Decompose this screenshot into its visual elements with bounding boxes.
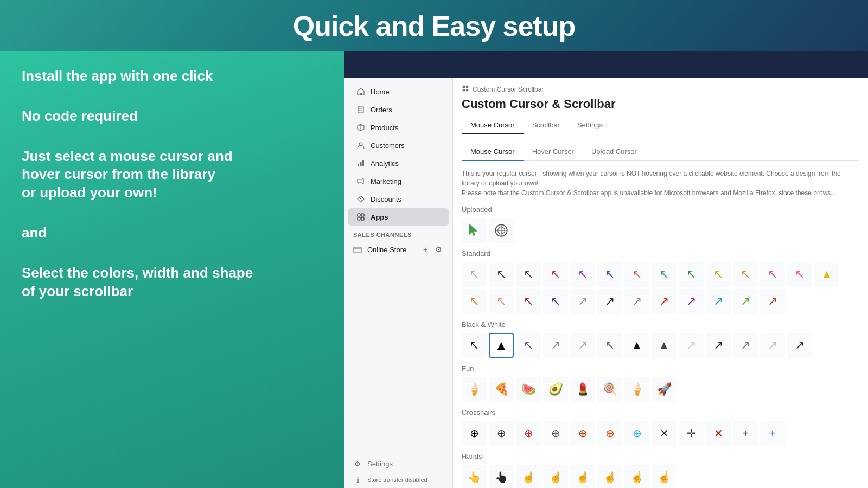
hand-1[interactable]: 👆 (462, 465, 487, 488)
cursor-navy-arrow[interactable]: ↖ (543, 289, 568, 314)
hand-2[interactable]: 👆 (489, 465, 514, 488)
fun-label: Fun (462, 364, 859, 373)
fun-avocado[interactable]: 🥑 (543, 377, 568, 402)
bw-cursor-2[interactable]: ▲ (489, 333, 514, 358)
tab-scrollbar[interactable]: Scrollbar (524, 117, 569, 134)
app-main: Custom Cursor Scrollbar Custom Cursor & … (453, 78, 868, 488)
cursor-extra-arrow[interactable]: ↗ (760, 289, 785, 314)
crosshair-6[interactable]: ⊕ (597, 421, 622, 446)
crosshair-1[interactable]: ⊕ (462, 421, 487, 446)
sidebar-settings-item[interactable]: ⚙ Settings (344, 455, 446, 472)
bw-cursor-11[interactable]: ↗ (733, 333, 758, 358)
svg-rect-24 (463, 89, 465, 91)
crosshair-3[interactable]: ⊕ (516, 421, 541, 446)
cursor-purple2-arrow[interactable]: ↗ (679, 289, 704, 314)
cursor-red2-arrow[interactable]: ↗ (652, 289, 676, 314)
sidebar-item-marketing[interactable]: Marketing (348, 172, 449, 190)
cursor-orange-arrow[interactable]: ↖ (733, 262, 758, 287)
sidebar-item-products[interactable]: Products (348, 119, 449, 136)
cursor-salmon-arrow[interactable]: ↖ (624, 262, 649, 287)
bw-cursor-extra[interactable]: ↗ (787, 333, 812, 358)
bw-cursor-1[interactable]: ↖ (462, 333, 487, 358)
apps-icon (356, 213, 365, 221)
fun-rocket[interactable]: 🚀 (652, 377, 676, 402)
uploaded-cursor-ring[interactable] (489, 218, 514, 243)
cursor-white-arrow[interactable]: ↗ (570, 289, 595, 314)
sub-tab-hover-cursor[interactable]: Hover Cursor (524, 143, 583, 161)
bw-cursor-5[interactable]: ↗ (570, 333, 595, 358)
hand-3[interactable]: ☝ (516, 465, 541, 488)
add-channel-btn[interactable]: + (420, 244, 431, 255)
crosshair-2[interactable]: ⊕ (489, 421, 514, 446)
hand-8[interactable]: ☝ (652, 465, 676, 488)
cursor-hotpink-arrow[interactable]: ↖ (787, 262, 812, 287)
crosshair-plus1[interactable]: ✛ (679, 421, 704, 446)
tab-settings[interactable]: Settings (569, 117, 611, 134)
cursor-orange2-arrow[interactable]: ↖ (462, 289, 487, 314)
cursor-yellow-arrow[interactable]: ↖ (706, 262, 731, 287)
cursor-outline-arrow[interactable]: ↖ (462, 262, 487, 287)
bw-cursor-4[interactable]: ↗ (543, 333, 568, 358)
sidebar-item-apps[interactable]: Apps (348, 208, 449, 226)
sidebar-item-analytics[interactable]: Analytics (348, 155, 449, 172)
cursor-lime-arrow[interactable]: ↗ (733, 289, 758, 314)
cursor-dark-arrow[interactable]: ↖ (516, 262, 541, 287)
uploaded-cursor-arrow[interactable] (462, 218, 487, 243)
sidebar-item-customers[interactable]: Customers (348, 137, 449, 154)
crosshairs-cursor-grid: ⊕ ⊕ ⊕ ⊕ ⊕ ⊕ ⊕ ✕ ✛ ✕ + + (462, 421, 859, 446)
crosshair-4[interactable]: ⊕ (543, 421, 568, 446)
cursor-black2-arrow[interactable]: ↗ (597, 289, 622, 314)
fun-icecream[interactable]: 🍭 (597, 377, 622, 402)
line-1: Install the app with one click (22, 67, 323, 86)
svg-rect-23 (466, 86, 468, 88)
bw-cursor-3[interactable]: ↖ (516, 333, 541, 358)
cursor-teal-arrow[interactable]: ↖ (652, 262, 676, 287)
cursor-pink-arrow[interactable]: ↖ (760, 262, 785, 287)
fun-watermelon[interactable]: 🍉 (516, 377, 541, 402)
sidebar-item-analytics-label: Analytics (371, 159, 399, 168)
cursor-blue-arrow[interactable]: ↖ (597, 262, 622, 287)
settings-channel-btn[interactable]: ⚙ (433, 244, 444, 255)
crosshair-5[interactable]: ⊕ (570, 421, 595, 446)
cursor-green-arrow[interactable]: ↖ (679, 262, 704, 287)
sidebar-item-online-store[interactable]: Online Store + ⚙ (348, 241, 449, 258)
crosshair-7[interactable]: ⊕ (624, 421, 649, 446)
fun-icecream2[interactable]: 🍦 (624, 377, 649, 402)
hand-5[interactable]: ☝ (570, 465, 595, 488)
crosshair-x1[interactable]: ✕ (652, 421, 676, 446)
svg-point-13 (359, 197, 360, 198)
cursor-cyan-arrow[interactable]: ↗ (706, 289, 731, 314)
app-header: Custom Cursor Scrollbar Custom Cursor & … (453, 78, 868, 134)
bw-label: Black & White (462, 320, 859, 329)
bw-cursor-8[interactable]: ▲ (652, 333, 676, 358)
bw-cursor-12[interactable]: ↗ (760, 333, 785, 358)
fun-pizza[interactable]: 🍕 (489, 377, 514, 402)
cursor-yellow-filled[interactable]: ▲ (814, 262, 839, 287)
cursor-black-arrow[interactable]: ↖ (489, 262, 514, 287)
crosshair-plus2[interactable]: + (733, 421, 758, 446)
bw-cursor-10[interactable]: ↗ (706, 333, 731, 358)
crosshair-x2[interactable]: ✕ (706, 421, 731, 446)
sub-tab-mouse-cursor[interactable]: Mouse Cursor (462, 143, 524, 161)
app-tabs: Mouse Cursor Scrollbar Settings (462, 117, 859, 134)
cursor-purple-arrow[interactable]: ↖ (570, 262, 595, 287)
cursor-red-arrow[interactable]: ↖ (543, 262, 568, 287)
sidebar-item-orders[interactable]: Orders (348, 101, 449, 118)
cursor-maroon-arrow[interactable]: ↖ (516, 289, 541, 314)
cursor-outline2-arrow[interactable]: ↗ (624, 289, 649, 314)
fun-lipstick[interactable]: 💄 (570, 377, 595, 402)
sidebar-item-discounts[interactable]: Discounts (348, 190, 449, 208)
bw-cursor-9[interactable]: ↗ (679, 333, 704, 358)
cursor-peach-arrow[interactable]: ↖ (489, 289, 514, 314)
fun-popsicle[interactable]: 🍦 (462, 377, 487, 402)
store-transfer-item[interactable]: ℹ Store transfer disabled (344, 472, 446, 488)
hand-4[interactable]: ☝ (543, 465, 568, 488)
tab-mouse-cursor[interactable]: Mouse Cursor (462, 117, 524, 134)
hand-7[interactable]: ☝ (624, 465, 649, 488)
crosshair-plus3[interactable]: + (760, 421, 785, 446)
bw-cursor-7[interactable]: ▲ (624, 333, 649, 358)
hand-6[interactable]: ☝ (597, 465, 622, 488)
sidebar-item-home[interactable]: Home (348, 83, 449, 100)
bw-cursor-6[interactable]: ↖ (597, 333, 622, 358)
sub-tab-upload-cursor[interactable]: Upload Cursor (583, 143, 646, 161)
